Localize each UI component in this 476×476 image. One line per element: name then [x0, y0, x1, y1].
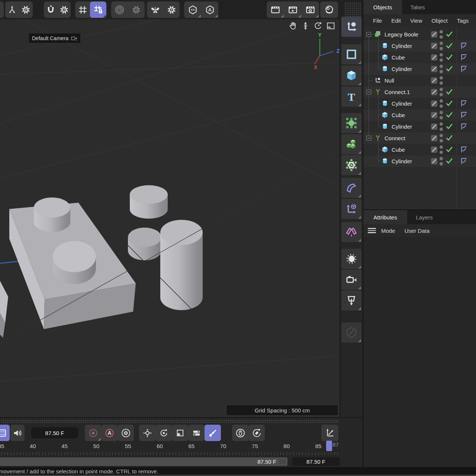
- render-visibility-dot[interactable]: [440, 81, 443, 85]
- partial-button[interactable]: [0, 1, 4, 18]
- enabled-checkmark[interactable]: [446, 134, 453, 142]
- key-rotation-button[interactable]: [155, 425, 172, 441]
- render-view-button[interactable]: [267, 1, 284, 18]
- lego-brick[interactable]: [9, 197, 136, 329]
- attributes-tab-layers[interactable]: Layers: [407, 210, 441, 224]
- enabled-checkmark[interactable]: [446, 111, 453, 119]
- editor-visibility-dot[interactable]: [440, 111, 443, 114]
- sphere-camera-button[interactable]: [320, 1, 338, 18]
- enabled-checkmark[interactable]: [446, 42, 453, 49]
- spread-arrows-button[interactable]: [5, 1, 19, 18]
- bend-deformer-button[interactable]: [341, 178, 361, 198]
- editor-visibility-dot[interactable]: [440, 145, 443, 149]
- editor-visibility-dot[interactable]: [440, 42, 443, 45]
- slider-grip[interactable]: [280, 459, 280, 464]
- editor-visibility-dot[interactable]: [440, 134, 443, 137]
- object-label[interactable]: Cube: [392, 144, 405, 155]
- cylinder-tall[interactable]: [160, 220, 203, 310]
- phong-tag-icon[interactable]: [460, 157, 468, 165]
- render-visibility-dot[interactable]: [440, 58, 443, 62]
- editor-visibility-dot[interactable]: [440, 122, 443, 126]
- partial-brick[interactable]: [0, 281, 8, 338]
- gear-button[interactable]: [163, 1, 180, 18]
- tree-row-connect[interactable]: Connect: [363, 132, 476, 144]
- keyframe-circle-button[interactable]: [85, 425, 101, 441]
- move-axis-button[interactable]: [341, 17, 361, 37]
- grid-lock-button[interactable]: [90, 1, 106, 18]
- timeline-ruler[interactable]: 3540455055606570758085: [0, 441, 363, 451]
- enabled-checkmark[interactable]: [446, 65, 453, 73]
- objects-menu-file[interactable]: File: [373, 17, 382, 24]
- enabled-checkmark[interactable]: [446, 123, 453, 130]
- butterfly-button[interactable]: [147, 1, 163, 18]
- camera-object-button[interactable]: [341, 270, 361, 290]
- timeline-drag-handle[interactable]: [1, 419, 338, 423]
- object-label[interactable]: Cylinder: [392, 155, 412, 167]
- render-visibility-dot[interactable]: [440, 151, 443, 154]
- object-label[interactable]: Cylinder: [392, 40, 412, 52]
- render-visibility-dot[interactable]: [440, 93, 443, 96]
- tree-row-connect-1[interactable]: Connect.1: [363, 86, 476, 98]
- gear-button[interactable]: [57, 1, 71, 18]
- render-visibility-dot[interactable]: [440, 70, 443, 73]
- object-label[interactable]: Connect: [385, 132, 405, 144]
- attributes-tab-attributes[interactable]: Attributes: [363, 210, 407, 224]
- object-label[interactable]: Cylinder: [392, 98, 412, 109]
- end-frame-field[interactable]: 87.50 F: [292, 457, 340, 466]
- editor-visibility-dot[interactable]: [440, 30, 443, 33]
- object-label[interactable]: Cube: [392, 109, 405, 121]
- phong-tag-icon[interactable]: [460, 54, 468, 61]
- pan-hand-button[interactable]: [288, 21, 298, 31]
- layer-edit-toggle[interactable]: [431, 100, 437, 107]
- layer-edit-toggle[interactable]: [431, 89, 437, 95]
- editor-visibility-dot[interactable]: [440, 76, 443, 80]
- film-dots-button[interactable]: [0, 425, 10, 441]
- palette-drag-handle[interactable]: [344, 2, 361, 17]
- render-visibility-dot[interactable]: [440, 104, 443, 108]
- key-scale-button[interactable]: [172, 425, 188, 441]
- objects-menu-edit[interactable]: Edit: [391, 17, 401, 24]
- cylinder-small-mid[interactable]: [128, 228, 161, 260]
- expand-collapse-box[interactable]: [366, 90, 371, 94]
- enabled-checkmark[interactable]: [446, 54, 453, 61]
- editor-visibility-dot[interactable]: [440, 65, 443, 68]
- objects-menu-tags[interactable]: Tags: [457, 17, 469, 24]
- concentric-circles-button[interactable]: [111, 1, 128, 18]
- stage-object-button[interactable]: [341, 290, 361, 311]
- axis-workplane-button[interactable]: [341, 199, 361, 219]
- edit-hexagon-button[interactable]: [341, 322, 361, 342]
- cylinder-short-top[interactable]: [130, 185, 168, 219]
- objects-tab-takes[interactable]: Takes: [402, 0, 433, 14]
- render-play-button[interactable]: [284, 1, 302, 18]
- key-pla-button[interactable]: [205, 425, 221, 441]
- editor-visibility-dot[interactable]: [440, 88, 443, 91]
- enabled-checkmark[interactable]: [446, 30, 453, 38]
- object-label[interactable]: Cube: [392, 52, 405, 63]
- text-tool-button[interactable]: T: [341, 87, 361, 107]
- object-label[interactable]: Connect.1: [385, 86, 410, 98]
- render-visibility-dot[interactable]: [440, 128, 443, 131]
- gear-button[interactable]: [19, 1, 33, 18]
- grid-button[interactable]: [75, 1, 90, 18]
- render-visibility-dot[interactable]: [440, 47, 443, 50]
- phong-tag-icon[interactable]: [460, 65, 468, 73]
- layer-edit-toggle[interactable]: [431, 77, 437, 84]
- object-label[interactable]: Cylinder: [392, 63, 412, 75]
- objects-menu-view[interactable]: View: [410, 17, 422, 24]
- fcurve-axes-button[interactable]: [321, 425, 338, 441]
- object-label[interactable]: Legacy Boole: [385, 29, 418, 40]
- render-visibility-dot[interactable]: [440, 162, 443, 165]
- attributes-menu-user-data[interactable]: User Data: [405, 228, 430, 234]
- phong-tag-icon[interactable]: [460, 100, 468, 107]
- attributes-menu-mode[interactable]: Mode: [381, 228, 395, 234]
- gear-button[interactable]: [128, 1, 145, 18]
- plane-square-button[interactable]: [341, 44, 361, 64]
- phong-tag-icon[interactable]: [460, 42, 468, 50]
- render-visibility-dot[interactable]: [440, 35, 443, 39]
- mouse-rotate-button[interactable]: [248, 425, 265, 441]
- attributes-hamburger-icon[interactable]: [368, 228, 376, 233]
- tree-row-legacy boole[interactable]: Legacy Boole: [363, 29, 476, 40]
- layer-edit-toggle[interactable]: [431, 112, 437, 118]
- viewport-3d[interactable]: Default Camera Y Z X Grid Spacing : 500 …: [0, 19, 340, 417]
- magnet-button[interactable]: [44, 1, 57, 18]
